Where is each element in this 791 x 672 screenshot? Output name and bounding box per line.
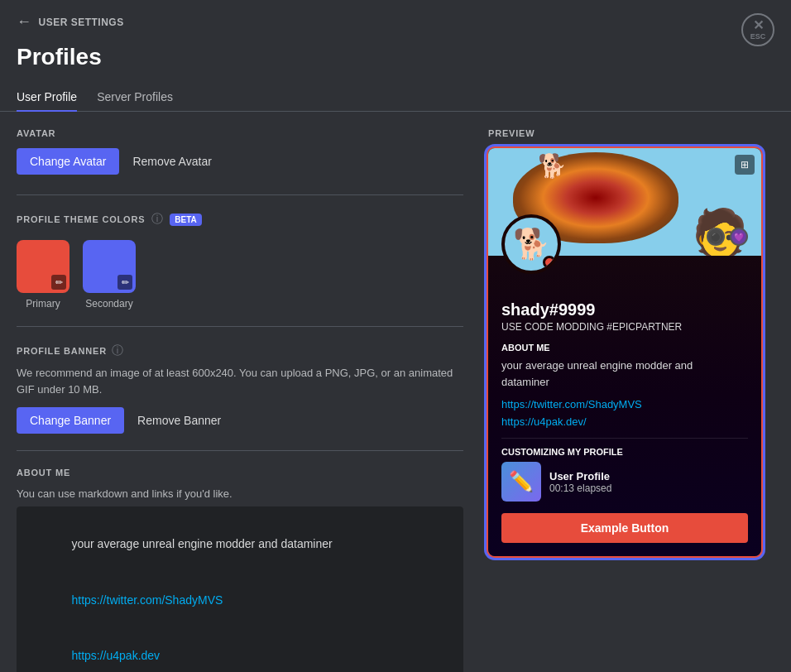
avatar-area: 🐕	[501, 214, 561, 274]
primary-swatch-wrap: ✏ Primary	[17, 240, 70, 310]
activity-elapsed: 00:13 elapsed	[549, 482, 611, 494]
header-title: USER SETTINGS	[39, 17, 124, 28]
banner-label-row: PROFILE BANNER ⓘ	[17, 343, 463, 358]
tab-server-profiles[interactable]: Server Profiles	[97, 84, 173, 112]
card-activity: CUSTOMIZING MY PROFILE ✏️ User Profile 0…	[501, 438, 748, 502]
snoopy-figure: 🐕	[538, 152, 567, 180]
theme-colors-section: PROFILE THEME COLORS ⓘ BETA ✏ Primary ✏	[17, 212, 463, 310]
profile-banner-section: PROFILE BANNER ⓘ We recommend an image o…	[17, 343, 463, 434]
card-username: shady#9999	[501, 300, 748, 319]
card-about-me-title: ABOUT ME	[501, 343, 748, 353]
about-me-link1[interactable]: https://twitter.com/ShadyMVS	[71, 593, 223, 607]
left-panel: AVATAR Change Avatar Remove Avatar PROFI…	[17, 128, 463, 672]
page-title: Profiles	[0, 44, 791, 84]
divider-2	[17, 326, 463, 327]
main-content: AVATAR Change Avatar Remove Avatar PROFI…	[0, 112, 791, 672]
avatar-status-indicator	[543, 256, 556, 269]
card-tagline: USE CODE MODDING #EPICPARTNER	[501, 321, 748, 333]
beta-badge: BETA	[170, 214, 201, 226]
activity-icon: ✏️	[501, 462, 541, 502]
preview-label: PREVIEW	[488, 128, 761, 138]
banner-btn-row: Change Banner Remove Banner	[17, 407, 463, 434]
about-me-editor: your average unreal engine modder and da…	[17, 506, 463, 672]
activity-app: User Profile	[549, 470, 611, 482]
change-banner-button[interactable]: Change Banner	[17, 407, 124, 434]
card-activity-title: CUSTOMIZING MY PROFILE	[501, 447, 748, 457]
change-avatar-button[interactable]: Change Avatar	[17, 148, 119, 175]
theme-colors-header: PROFILE THEME COLORS ⓘ BETA	[17, 212, 463, 227]
profile-card: 🧑 🐕 ⊞ 🐕	[488, 148, 761, 556]
remove-avatar-button[interactable]: Remove Avatar	[129, 148, 214, 175]
secondary-edit-icon: ✏	[117, 275, 132, 290]
about-me-link2[interactable]: https://u4pak.dev	[71, 649, 160, 662]
about-me-main-text: your average unreal engine modder and da…	[71, 537, 332, 550]
about-me-text-area[interactable]: your average unreal engine modder and da…	[17, 506, 463, 672]
secondary-swatch-wrap: ✏ Secondary	[83, 240, 136, 310]
card-link-2[interactable]: https://u4pak.dev/	[501, 415, 748, 428]
header: ← USER SETTINGS	[0, 0, 791, 44]
close-button[interactable]: ✕ ESC	[741, 13, 774, 46]
remove-banner-button[interactable]: Remove Banner	[134, 407, 224, 434]
back-button[interactable]: ← USER SETTINGS	[17, 13, 124, 31]
example-button[interactable]: Example Button	[501, 513, 748, 543]
card-link-1[interactable]: https://twitter.com/ShadyMVS	[501, 398, 748, 410]
tabs-bar: User Profile Server Profiles	[0, 84, 791, 112]
card-about-me-text: your average unreal engine modder anddat…	[501, 358, 748, 390]
secondary-label: Secondary	[85, 298, 132, 310]
esc-label: ESC	[750, 32, 766, 41]
avatar-image: 🐕	[513, 227, 550, 262]
banner-label: PROFILE BANNER	[17, 346, 107, 356]
primary-color-swatch[interactable]: ✏	[17, 240, 70, 293]
avatar-circle: 🐕	[501, 214, 561, 274]
divider-3	[17, 450, 463, 451]
about-me-content: your average unreal engine modder and da…	[26, 516, 453, 672]
banner-description: We recommend an image of at least 600x24…	[17, 365, 463, 397]
banner-info-icon: ⓘ	[112, 343, 123, 358]
info-icon: ⓘ	[151, 212, 163, 227]
close-icon: ✕	[753, 19, 764, 32]
about-me-section: ABOUT ME You can use markdown and links …	[17, 468, 463, 672]
back-arrow-icon: ←	[17, 13, 32, 31]
card-body: 🐕 ⚫ 💜 shady#9999 USE CODE MODDING #EPICP…	[488, 256, 761, 556]
avatar-btn-row: Change Avatar Remove Avatar	[17, 148, 463, 175]
color-swatches: ✏ Primary ✏ Secondary	[17, 240, 463, 310]
secondary-color-swatch[interactable]: ✏	[83, 240, 136, 293]
activity-info: User Profile 00:13 elapsed	[549, 470, 611, 494]
right-panel: PREVIEW 🧑 🐕 ⊞	[463, 128, 761, 672]
primary-label: Primary	[26, 298, 60, 310]
about-me-description: You can use markdown and links if you'd …	[17, 487, 463, 500]
card-icons-right: ⚫ 💜	[707, 228, 748, 246]
primary-edit-icon: ✏	[51, 275, 66, 290]
divider-1	[17, 194, 463, 195]
activity-row: ✏️ User Profile 00:13 elapsed	[501, 462, 748, 502]
about-me-label: ABOUT ME	[17, 468, 463, 478]
card-icon-2: 💜	[730, 228, 748, 246]
theme-colors-label: PROFILE THEME COLORS	[17, 214, 145, 224]
card-icon-1: ⚫	[707, 228, 725, 246]
edit-banner-icon[interactable]: ⊞	[735, 155, 755, 175]
avatar-section: AVATAR Change Avatar Remove Avatar	[17, 128, 463, 175]
tab-user-profile[interactable]: User Profile	[17, 84, 77, 112]
avatar-label: AVATAR	[17, 128, 463, 138]
